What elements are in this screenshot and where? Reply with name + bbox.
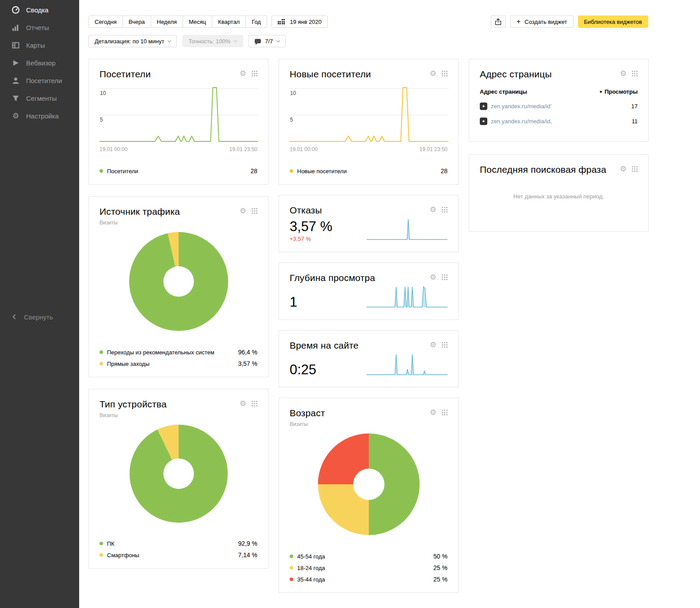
sparkline — [367, 353, 448, 377]
period-button-3[interactable]: Неделя — [151, 15, 183, 28]
gear-icon: ⚙ — [11, 112, 20, 120]
widget-page-url: Адрес страницы⚙Адрес страницы▼Просмотры✦… — [469, 59, 649, 142]
line-chart: 510 — [99, 87, 257, 144]
funnel-icon — [11, 94, 20, 103]
url-table: Адрес страницы▼Просмотры✦zen.yandex.ru/m… — [480, 88, 638, 125]
widget-drag-handle-icon[interactable] — [252, 71, 257, 76]
legend-dot — [290, 566, 293, 570]
comments-dropdown[interactable]: 7/7 — [249, 35, 286, 47]
legend-label[interactable]: 18-24 года — [297, 565, 433, 571]
widget-drag-handle-icon[interactable] — [442, 71, 448, 76]
create-widget-button[interactable]: + Создать виджет — [510, 15, 574, 28]
widget-settings-gear-icon[interactable]: ⚙ — [620, 165, 627, 173]
create-widget-label: Создать виджет — [524, 19, 567, 25]
legend-label[interactable]: ПК — [107, 540, 238, 547]
plus-icon: + — [516, 18, 520, 25]
widget-drag-handle-icon[interactable] — [632, 71, 638, 76]
sidebar-item-label: Вебвизор — [26, 59, 56, 67]
widget-title: Последняя поисковая фраза — [480, 164, 606, 175]
widget-settings-gear-icon[interactable]: ⚙ — [240, 70, 246, 77]
widget-drag-handle-icon[interactable] — [442, 410, 448, 415]
legend-row: Посетители28 — [99, 167, 257, 175]
widget-header: Последняя поисковая фраза⚙ — [480, 164, 638, 175]
widget-title: Тип устройства — [99, 399, 167, 410]
toolbar-row-1: СегодняВчераНеделяМесяцКварталГод 19 янв… — [79, 0, 700, 28]
legend-label[interactable]: 35-44 года — [297, 576, 433, 583]
x-axis-end-label: 19.01 23:50 — [420, 146, 448, 152]
widget-drag-handle-icon[interactable] — [442, 207, 448, 213]
widget-visitors: Посетители⚙51019.01 00:0019.01 23:50Посе… — [88, 59, 268, 185]
widget-drag-handle-icon[interactable] — [632, 166, 638, 172]
sidebar-item-7[interactable]: ⚙Настройка — [0, 107, 79, 125]
legend-row: Новые посетители28 — [290, 167, 448, 175]
detalization-dropdown[interactable]: Детализация: по 10 минут — [88, 35, 177, 47]
widget-drag-handle-icon[interactable] — [252, 401, 257, 407]
sparkline — [367, 286, 448, 310]
widget-settings-gear-icon[interactable]: ⚙ — [240, 207, 246, 215]
date-label: 19 янв 2020 — [290, 19, 321, 25]
widget-time-on-site: Время на сайте⚙0:25 — [279, 330, 459, 388]
widget-settings-gear-icon[interactable]: ⚙ — [430, 341, 436, 349]
period-button-4[interactable]: Месяц — [183, 15, 212, 28]
period-button-1[interactable]: Сегодня — [88, 15, 123, 28]
legend-label[interactable]: Прямые заходы — [107, 361, 238, 367]
legend-dot — [99, 553, 103, 557]
sidebar-item-5[interactable]: Посетители — [0, 72, 79, 89]
widget-drag-handle-icon[interactable] — [442, 274, 448, 280]
widget-settings-gear-icon[interactable]: ⚙ — [430, 70, 436, 77]
bar-chart-icon — [11, 23, 20, 32]
sidebar-item-3[interactable]: Карты — [0, 36, 79, 54]
widget-subtitle: Визиты — [290, 421, 325, 427]
page-url-link[interactable]: ✦zen.yandex.ru/media/id’ — [480, 103, 551, 110]
calendar-icon — [278, 19, 285, 24]
donut-hole — [163, 266, 194, 297]
metric-value: 1 — [290, 295, 297, 310]
widget-library-button[interactable]: Библиотека виджетов — [578, 15, 649, 28]
legend-value: 7,14 % — [238, 551, 257, 559]
widget-drag-handle-icon[interactable] — [442, 342, 448, 348]
export-button[interactable] — [491, 15, 506, 28]
widget-settings-gear-icon[interactable]: ⚙ — [620, 70, 627, 77]
period-button-6[interactable]: Год — [245, 15, 267, 28]
legend-dot — [290, 555, 293, 558]
widget-settings-gear-icon[interactable]: ⚙ — [430, 206, 436, 213]
period-button-5[interactable]: Квартал — [212, 15, 246, 28]
no-data-message: Нет данных за указанный период. — [480, 175, 638, 221]
views-value: 17 — [631, 103, 638, 110]
legend-value: 25 % — [433, 564, 448, 571]
widget-drag-handle-icon[interactable] — [252, 208, 257, 214]
collapse-sidebar-button[interactable]: Свернуть — [0, 309, 53, 324]
widget-settings-gear-icon[interactable]: ⚙ — [430, 274, 436, 281]
donut-chart — [99, 425, 257, 523]
legend-label[interactable]: Смартфоны — [107, 552, 238, 559]
widget-settings-gear-icon[interactable]: ⚙ — [430, 409, 436, 416]
legend-value: 50 % — [433, 553, 448, 560]
page-url-link[interactable]: ✦zen.yandex.ru/media/id, — [480, 118, 552, 125]
legend-label[interactable]: Переходы из рекомендательных систем — [107, 349, 238, 356]
widget-legend: ПК92,9 %Смартфоны7,14 % — [99, 534, 257, 559]
table-column-views[interactable]: ▼Просмотры — [599, 88, 638, 95]
legend-label[interactable]: 45-54 года — [297, 553, 433, 560]
sidebar-item-1[interactable]: Сводка — [0, 1, 79, 19]
sidebar-item-4[interactable]: Вебвизор — [0, 54, 79, 72]
accuracy-dropdown[interactable]: Точность: 100% — [182, 35, 243, 47]
speedometer-icon — [11, 6, 20, 14]
sidebar-item-label: Посетители — [26, 77, 62, 84]
legend-label[interactable]: Посетители — [107, 168, 250, 175]
svg-text:10: 10 — [100, 90, 106, 96]
table-column-url[interactable]: Адрес страницы — [480, 88, 527, 95]
main-content: СегодняВчераНеделяМесяцКварталГод 19 янв… — [79, 0, 700, 608]
line-chart-svg: 510 — [290, 87, 448, 142]
collapse-label: Свернуть — [24, 313, 53, 321]
legend-row: Переходы из рекомендательных систем96,4 … — [99, 349, 257, 356]
sidebar-item-6[interactable]: Сегменты — [0, 89, 79, 107]
metric-delta: +3,57 % — [290, 236, 333, 242]
metric-row: 1 — [290, 285, 448, 310]
widget-legend: Переходы из рекомендательных систем96,4 … — [99, 342, 257, 367]
legend-value: 28 — [250, 167, 257, 175]
date-picker-button[interactable]: 19 янв 2020 — [272, 15, 328, 28]
legend-label[interactable]: Новые посетители — [297, 168, 440, 175]
sidebar-item-2[interactable]: Отчеты — [0, 19, 79, 36]
widget-settings-gear-icon[interactable]: ⚙ — [240, 400, 246, 407]
period-button-2[interactable]: Вчера — [122, 15, 151, 28]
